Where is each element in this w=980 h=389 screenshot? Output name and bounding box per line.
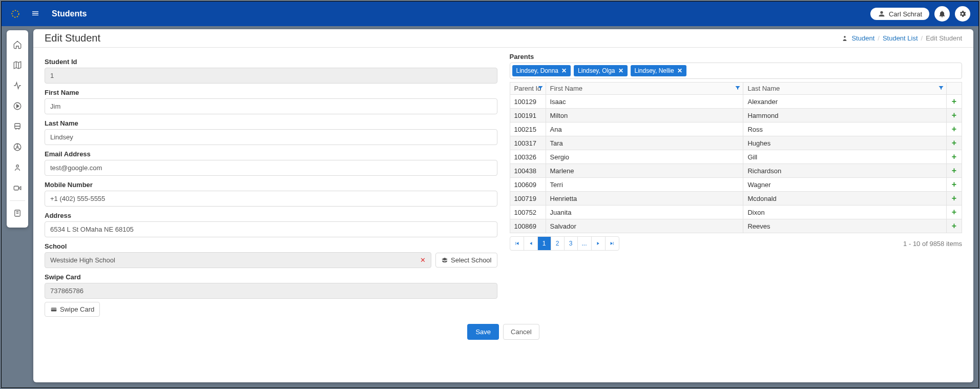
cell-parent-id: 100719 bbox=[510, 192, 546, 206]
cell-first-name: Terri bbox=[546, 178, 743, 192]
label-mobile: Mobile Number bbox=[45, 181, 497, 189]
select-school-button[interactable]: Select School bbox=[435, 253, 497, 268]
cell-parent-id: 100869 bbox=[510, 219, 546, 233]
add-parent-button[interactable]: + bbox=[951, 166, 957, 175]
notifications-button[interactable] bbox=[934, 6, 950, 22]
label-swipe-card: Swipe Card bbox=[45, 273, 497, 281]
cell-parent-id: 100326 bbox=[510, 150, 546, 164]
cell-last-name: Reeves bbox=[743, 219, 947, 233]
email-field[interactable] bbox=[45, 160, 497, 176]
filter-icon[interactable] bbox=[938, 85, 944, 92]
card-icon bbox=[50, 306, 57, 313]
filter-icon[interactable] bbox=[537, 85, 544, 92]
cell-last-name: Mcdonald bbox=[743, 192, 947, 206]
pager-next[interactable] bbox=[592, 237, 606, 250]
nav-map[interactable] bbox=[7, 55, 28, 75]
cell-first-name: Sergio bbox=[546, 150, 743, 164]
school-field: Westside High School ✕ bbox=[45, 252, 431, 268]
cell-parent-id: 100129 bbox=[510, 95, 546, 109]
parent-tag[interactable]: Lindsey, Nellie ✕ bbox=[631, 65, 686, 76]
table-row: 100326SergioGill+ bbox=[510, 150, 962, 164]
cell-first-name: Marlene bbox=[546, 164, 743, 178]
col-parent-id[interactable]: Parent Id bbox=[510, 83, 546, 95]
table-row: 100191MiltonHammond+ bbox=[510, 109, 962, 122]
sidebar-divider bbox=[10, 200, 25, 201]
table-row: 100719HenriettaMcdonald+ bbox=[510, 192, 962, 206]
svg-rect-6 bbox=[14, 186, 18, 190]
pager-page-3[interactable]: 3 bbox=[565, 237, 578, 250]
add-parent-button[interactable]: + bbox=[951, 221, 957, 231]
nav-bus[interactable] bbox=[7, 116, 28, 137]
sidebar bbox=[7, 30, 28, 228]
menu-toggle-icon[interactable] bbox=[31, 9, 39, 19]
nav-home[interactable] bbox=[7, 34, 28, 55]
student-icon bbox=[13, 163, 22, 172]
settings-button[interactable] bbox=[955, 6, 970, 22]
nav-activity[interactable] bbox=[7, 75, 28, 96]
cell-parent-id: 100609 bbox=[510, 178, 546, 192]
label-school: School bbox=[45, 242, 497, 250]
user-menu[interactable]: Carl Schrat bbox=[870, 8, 929, 20]
label-student-id: Student Id bbox=[45, 58, 497, 66]
cell-first-name: Tara bbox=[546, 136, 743, 150]
add-parent-button[interactable]: + bbox=[951, 152, 957, 161]
save-button[interactable]: Save bbox=[467, 324, 499, 340]
parents-selected-tags[interactable]: Lindsey, Donna ✕ Lindsey, Olga ✕ Lindsey… bbox=[510, 63, 963, 79]
pager-page-2[interactable]: 2 bbox=[551, 237, 565, 250]
add-parent-button[interactable]: + bbox=[951, 194, 957, 203]
clear-school-icon[interactable]: ✕ bbox=[420, 256, 426, 264]
swipe-card-button[interactable]: Swipe Card bbox=[45, 302, 100, 317]
nav-student[interactable] bbox=[7, 157, 28, 178]
breadcrumb-root[interactable]: Student bbox=[851, 34, 874, 42]
add-parent-button[interactable]: + bbox=[951, 111, 957, 120]
remove-tag-icon[interactable]: ✕ bbox=[618, 67, 623, 74]
add-parent-button[interactable]: + bbox=[951, 125, 957, 134]
last-name-field[interactable] bbox=[45, 129, 497, 145]
remove-tag-icon[interactable]: ✕ bbox=[677, 67, 682, 74]
nav-reports[interactable] bbox=[7, 203, 28, 223]
pager-first[interactable] bbox=[510, 237, 524, 250]
label-last-name: Last Name bbox=[45, 119, 497, 127]
breadcrumb-list[interactable]: Student List bbox=[883, 34, 918, 42]
cell-last-name: Hughes bbox=[743, 136, 947, 150]
book-icon bbox=[13, 209, 22, 218]
add-parent-button[interactable]: + bbox=[951, 208, 957, 217]
map-icon bbox=[13, 60, 22, 70]
add-parent-button[interactable]: + bbox=[951, 97, 957, 106]
nav-play[interactable] bbox=[7, 96, 28, 116]
cell-last-name: Wagner bbox=[743, 178, 947, 192]
steering-icon bbox=[13, 142, 22, 152]
address-field[interactable] bbox=[45, 221, 497, 237]
col-last-name[interactable]: Last Name bbox=[743, 83, 947, 95]
breadcrumb-current: Edit Student bbox=[926, 34, 962, 42]
cell-first-name: Milton bbox=[546, 109, 743, 122]
remove-tag-icon[interactable]: ✕ bbox=[561, 67, 567, 74]
cancel-button[interactable]: Cancel bbox=[503, 324, 539, 340]
parent-tag[interactable]: Lindsey, Olga ✕ bbox=[574, 65, 628, 76]
cell-first-name: Juanita bbox=[546, 206, 743, 219]
first-name-field[interactable] bbox=[45, 98, 497, 114]
col-first-name[interactable]: First Name bbox=[546, 83, 743, 95]
nav-video[interactable] bbox=[7, 178, 28, 198]
activity-icon bbox=[13, 81, 22, 90]
table-row: 100869SalvadorReeves+ bbox=[510, 219, 962, 233]
parent-tag[interactable]: Lindsey, Donna ✕ bbox=[512, 65, 571, 76]
filter-icon[interactable] bbox=[735, 85, 741, 92]
cell-last-name: Alexander bbox=[743, 95, 947, 109]
swipe-card-value: 737865786 bbox=[45, 283, 497, 299]
nav-driver[interactable] bbox=[7, 137, 28, 157]
label-parents: Parents bbox=[510, 53, 963, 60]
user-name: Carl Schrat bbox=[889, 10, 922, 18]
bell-icon bbox=[938, 10, 946, 18]
label-first-name: First Name bbox=[45, 89, 497, 96]
pager-row: 1 2 3 ... 1 - 10 of 9858 items bbox=[510, 236, 963, 251]
add-parent-button[interactable]: + bbox=[951, 180, 957, 189]
pager-page-1[interactable]: 1 bbox=[538, 237, 551, 250]
pager-last[interactable] bbox=[606, 237, 619, 250]
add-parent-button[interactable]: + bbox=[951, 138, 957, 148]
pager-prev[interactable] bbox=[524, 237, 538, 250]
cell-parent-id: 100317 bbox=[510, 136, 546, 150]
mobile-field[interactable] bbox=[45, 191, 497, 207]
svg-rect-9 bbox=[51, 308, 57, 311]
pager-ellipsis[interactable]: ... bbox=[578, 237, 592, 250]
